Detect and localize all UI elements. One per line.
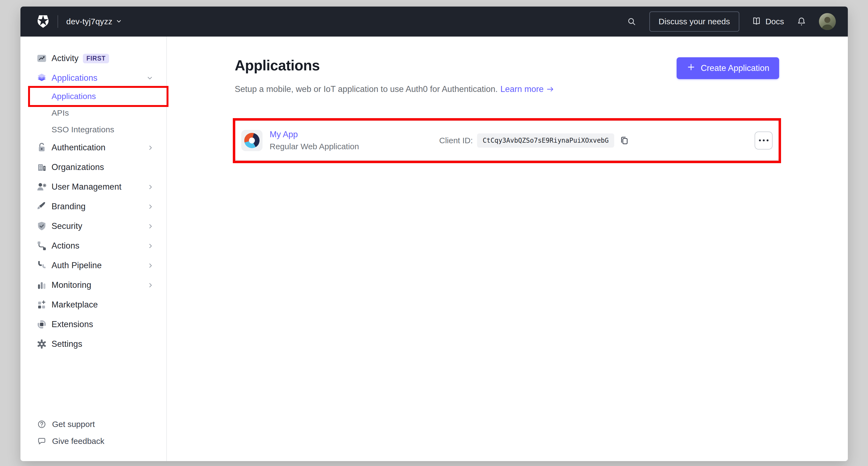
client-id-label: Client ID: [439, 136, 473, 145]
sidebar-item-activity[interactable]: Activity FIRST [21, 49, 166, 68]
first-badge: FIRST [83, 54, 109, 63]
chevron-right-icon [149, 204, 152, 209]
discuss-your-needs-button[interactable]: Discuss your needs [649, 11, 739, 32]
sidebar-item-label: Branding [52, 202, 86, 211]
chevron-right-icon [149, 145, 152, 150]
window-body: Activity FIRST Applications Applications… [21, 36, 848, 461]
sidebar-item-extensions[interactable]: Extensions [21, 315, 166, 334]
create-application-button[interactable]: Create Application [677, 57, 779, 79]
bar-chart-icon [36, 280, 47, 291]
plus-icon [686, 62, 696, 74]
dot [767, 139, 769, 141]
sidebar-item-organizations[interactable]: Organizations [21, 157, 166, 177]
chevron-right-icon [149, 263, 152, 268]
application-menu-button[interactable] [754, 132, 773, 149]
application-type: Regular Web Application [270, 142, 439, 151]
application-row: My App Regular Web Application Client ID… [235, 120, 779, 161]
sidebar-item-label: Security [52, 221, 82, 231]
give-feedback-link[interactable]: Give feedback [21, 433, 166, 449]
chip-icon [36, 319, 47, 330]
page-subtitle: Setup a mobile, web or IoT application t… [235, 84, 554, 94]
sidebar-item-authentication[interactable]: Authentication [21, 138, 166, 157]
book-icon [751, 16, 762, 27]
sidebar-item-label: Monitoring [52, 280, 91, 290]
chevron-right-icon [149, 224, 152, 229]
topbar-divider [58, 15, 58, 28]
sidebar-item-branding[interactable]: Branding [21, 197, 166, 216]
application-name-link[interactable]: My App [270, 129, 439, 139]
arrow-right-icon [547, 86, 554, 92]
copy-icon[interactable] [619, 135, 629, 146]
title-block: Applications Setup a mobile, web or IoT … [235, 57, 554, 94]
activity-icon [36, 53, 47, 64]
speech-bubble-icon [37, 436, 46, 446]
sidebar-item-label: User Management [52, 182, 122, 192]
sidebar-item-label: Extensions [52, 319, 93, 329]
application-logo [241, 130, 262, 151]
docs-label: Docs [766, 17, 784, 26]
layers-icon [36, 72, 47, 84]
chevron-right-icon [149, 283, 152, 288]
sidebar-item-marketplace[interactable]: Marketplace [21, 295, 166, 315]
question-circle-icon [37, 419, 46, 429]
sidebar-item-label: Applications [52, 73, 97, 83]
client-id-value: CtCqy3AvbQZSo7sE9RiynaPuiXOxvebG [477, 134, 614, 148]
sidebar-item-label: Authentication [52, 143, 105, 152]
sidebar-item-label: Marketplace [52, 300, 98, 310]
tenant-name: dev-tyj7qyzz [66, 17, 112, 26]
notifications-bell-icon[interactable] [796, 16, 807, 27]
paintbrush-icon [36, 201, 47, 212]
dot [763, 139, 765, 141]
annotation-box-sidebar [28, 86, 168, 107]
sidebar-subitem-label: Applications [52, 92, 96, 101]
subtitle-text: Setup a mobile, web or IoT application t… [235, 84, 498, 94]
user-avatar[interactable] [819, 13, 836, 30]
sidebar-item-label: Settings [52, 339, 82, 349]
user-gear-icon [36, 181, 47, 192]
topbar: dev-tyj7qyzz Discuss your needs Docs [21, 6, 848, 36]
padlock-icon [36, 142, 47, 153]
sidebar-item-security[interactable]: Security [21, 216, 166, 236]
tenant-switcher[interactable]: dev-tyj7qyzz [66, 17, 121, 26]
donut-chart-logo-icon [244, 133, 259, 148]
get-support-link[interactable]: Get support [21, 416, 166, 433]
topbar-actions: Discuss your needs Docs [626, 11, 836, 32]
dot [759, 139, 761, 141]
chevron-right-icon [149, 185, 152, 190]
sidebar-item-label: Organizations [52, 162, 104, 172]
main-header: Applications Setup a mobile, web or IoT … [235, 57, 779, 94]
sidebar-item-monitoring[interactable]: Monitoring [21, 275, 166, 295]
sidebar-item-actions[interactable]: Actions [21, 236, 166, 256]
sidebar-item-applications[interactable]: Applications [21, 68, 166, 88]
auth0-logo-icon [37, 15, 49, 28]
sidebar-item-settings[interactable]: Settings [21, 334, 166, 354]
pipeline-icon [36, 260, 47, 271]
client-id-group: Client ID: CtCqy3AvbQZSo7sE9RiynaPuiXOxv… [439, 134, 629, 148]
sidebar-subitem-label: APIs [52, 108, 69, 118]
sidebar-item-user-management[interactable]: User Management [21, 177, 166, 197]
flow-connector-icon [36, 240, 47, 251]
get-support-label: Get support [52, 419, 95, 429]
learn-more-link[interactable]: Learn more [500, 84, 544, 94]
app-window: dev-tyj7qyzz Discuss your needs Docs [21, 6, 848, 461]
give-feedback-label: Give feedback [52, 437, 104, 446]
application-meta: My App Regular Web Application [270, 129, 439, 151]
page-title: Applications [235, 57, 554, 74]
shield-check-icon [36, 221, 47, 232]
sidebar-item-label: Auth Pipeline [52, 261, 102, 270]
main-content: Applications Setup a mobile, web or IoT … [167, 36, 848, 461]
sidebar-subitem-sso-integrations[interactable]: SSO Integrations [21, 121, 166, 138]
sidebar-subitem-apis[interactable]: APIs [21, 105, 166, 121]
buildings-icon [36, 162, 47, 173]
sidebar-item-label: Actions [52, 241, 79, 251]
gear-icon [36, 339, 47, 349]
sidebar-subitem-applications[interactable]: Applications [21, 88, 166, 105]
sidebar: Activity FIRST Applications Applications… [21, 36, 167, 461]
create-application-label: Create Application [701, 63, 769, 73]
chevron-down-icon [148, 77, 152, 80]
grid-plus-icon [36, 299, 47, 310]
search-icon[interactable] [626, 16, 638, 27]
chevron-right-icon [149, 244, 152, 248]
docs-link[interactable]: Docs [751, 16, 784, 27]
sidebar-item-auth-pipeline[interactable]: Auth Pipeline [21, 256, 166, 275]
